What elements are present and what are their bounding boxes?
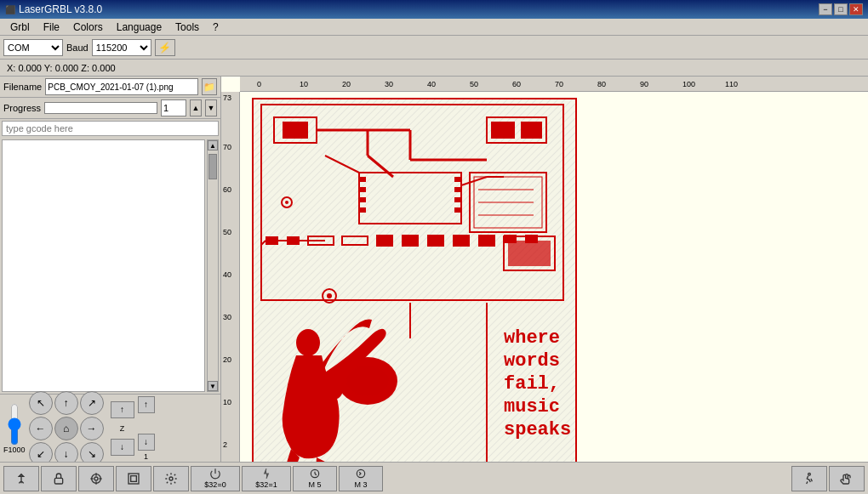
m3-icon bbox=[355, 468, 367, 480]
ruler-tick-50: 50 bbox=[470, 80, 478, 88]
svg-rect-6 bbox=[283, 122, 308, 139]
laser-power-off-button[interactable]: $32=0 bbox=[191, 466, 240, 491]
menu-tools[interactable]: Tools bbox=[168, 20, 206, 35]
svg-point-77 bbox=[94, 477, 98, 480]
m3-button[interactable]: M 3 bbox=[339, 466, 383, 491]
z-up[interactable]: ↑ bbox=[111, 401, 134, 418]
progress-up[interactable]: ▲ bbox=[190, 99, 202, 116]
baud-select[interactable]: 115200 9600 57600 bbox=[92, 39, 151, 56]
walk-button[interactable] bbox=[791, 466, 827, 491]
ruler-tick-110: 110 bbox=[725, 80, 738, 88]
com-select[interactable]: COM bbox=[3, 39, 63, 56]
z-down[interactable]: ↓ bbox=[111, 439, 134, 456]
left-panel: Filename 📁 Progress ▲ ▼ bbox=[0, 77, 221, 462]
svg-line-88 bbox=[315, 474, 317, 475]
ruler-tick-60: 60 bbox=[512, 80, 521, 88]
m3-label: M 3 bbox=[354, 480, 367, 489]
m5-icon bbox=[309, 468, 321, 480]
file-row: Filename 📁 bbox=[0, 77, 220, 98]
target-icon bbox=[89, 472, 103, 485]
svg-point-41 bbox=[285, 201, 288, 204]
ruler-left: 73 70 60 50 40 30 20 10 2 bbox=[221, 92, 240, 462]
gcode-content bbox=[2, 139, 205, 392]
menu-language[interactable]: Language bbox=[110, 20, 168, 35]
filename-label: Filename bbox=[3, 82, 42, 92]
svg-text:where: where bbox=[504, 327, 560, 349]
z-controls: ↑ Z ↓ bbox=[111, 401, 134, 456]
gcode-input[interactable] bbox=[2, 121, 219, 136]
f-label: F1000 bbox=[3, 446, 26, 454]
svg-rect-35 bbox=[478, 235, 495, 247]
menu-file[interactable]: File bbox=[37, 20, 66, 35]
jog-n[interactable]: ↑ bbox=[54, 391, 78, 415]
filename-input[interactable] bbox=[45, 78, 198, 95]
jog-w[interactable]: ← bbox=[29, 417, 53, 440]
lock-icon bbox=[52, 472, 66, 485]
frame-button[interactable] bbox=[116, 466, 151, 491]
scroll-thumb[interactable] bbox=[208, 154, 217, 179]
jog-home[interactable]: ⌂ bbox=[54, 417, 78, 440]
close-button[interactable]: ✕ bbox=[849, 3, 863, 15]
z-speed-up[interactable]: ↑ bbox=[138, 396, 155, 413]
svg-point-84 bbox=[169, 477, 173, 480]
svg-rect-16 bbox=[359, 177, 366, 182]
menu-grbl[interactable]: Grbl bbox=[3, 20, 37, 35]
svg-point-51 bbox=[296, 329, 320, 356]
speed-slider[interactable] bbox=[6, 403, 23, 446]
svg-text:speaks: speaks bbox=[504, 419, 571, 440]
title-bar: ⬛ LaserGRBL v3.8.0 − □ ✕ bbox=[0, 0, 868, 19]
browse-button[interactable]: 📁 bbox=[202, 78, 217, 95]
menu-colors[interactable]: Colors bbox=[66, 20, 110, 35]
progress-step[interactable] bbox=[161, 99, 186, 116]
svg-rect-22 bbox=[454, 197, 461, 202]
laser-power-on-button[interactable]: $32=1 bbox=[242, 466, 291, 491]
progress-label: Progress bbox=[3, 103, 41, 113]
settings-button[interactable] bbox=[153, 466, 189, 491]
scroll-down[interactable]: ▼ bbox=[208, 381, 218, 391]
svg-rect-83 bbox=[131, 475, 137, 481]
ruler-tick-90: 90 bbox=[640, 80, 648, 88]
m5-label: M 5 bbox=[308, 480, 321, 489]
svg-rect-20 bbox=[454, 177, 461, 182]
jog-e[interactable]: → bbox=[80, 417, 104, 440]
gear-icon bbox=[164, 472, 178, 485]
jog-sw[interactable]: ↙ bbox=[29, 442, 53, 463]
svg-text:music: music bbox=[504, 396, 560, 417]
lock-button[interactable] bbox=[41, 466, 77, 491]
jog-ne[interactable]: ↗ bbox=[80, 391, 104, 415]
pcb-canvas-area[interactable]: where words fail, music speaks bbox=[240, 92, 868, 462]
ruler-tick-80: 80 bbox=[597, 80, 606, 88]
ruler-tick-30: 30 bbox=[385, 80, 393, 88]
progress-down[interactable]: ▼ bbox=[205, 99, 217, 116]
svg-point-43 bbox=[327, 293, 332, 298]
ruler-tick-20: 20 bbox=[342, 80, 351, 88]
hand-button[interactable] bbox=[829, 466, 865, 491]
target-button[interactable] bbox=[78, 466, 114, 491]
app-icon: ⬛ bbox=[5, 5, 15, 14]
folder-icon: 📁 bbox=[203, 82, 215, 92]
minimize-button[interactable]: − bbox=[819, 3, 832, 15]
coord-bar: X: 0.000 Y: 0.000 Z: 0.000 bbox=[0, 60, 868, 77]
coordinates: X: 0.000 Y: 0.000 Z: 0.000 bbox=[7, 63, 116, 73]
canvas-area: 0 10 20 30 40 50 60 70 80 90 100 110 73 … bbox=[221, 77, 868, 462]
menu-help[interactable]: ? bbox=[206, 20, 226, 35]
ruler-left-70: 70 bbox=[223, 143, 231, 151]
laser-on-icon bbox=[260, 468, 272, 480]
svg-rect-34 bbox=[453, 235, 470, 247]
svg-rect-8 bbox=[491, 122, 515, 139]
svg-rect-50 bbox=[508, 241, 551, 266]
progress-row: Progress ▲ ▼ bbox=[0, 98, 220, 119]
ruler-tick-40: 40 bbox=[427, 80, 436, 88]
connect-button[interactable]: ⚡ bbox=[155, 39, 175, 56]
jog-se[interactable]: ↘ bbox=[80, 442, 104, 463]
m5-button[interactable]: M 5 bbox=[293, 466, 337, 491]
svg-rect-75 bbox=[54, 478, 62, 484]
laser-pointer-button[interactable] bbox=[3, 466, 39, 491]
jog-s[interactable]: ↓ bbox=[54, 442, 78, 463]
laser-pointer-icon bbox=[14, 472, 28, 485]
scroll-up[interactable]: ▲ bbox=[208, 140, 218, 150]
maximize-button[interactable]: □ bbox=[834, 3, 848, 15]
svg-rect-32 bbox=[402, 235, 419, 247]
jog-nw[interactable]: ↖ bbox=[29, 391, 53, 415]
z-speed-down[interactable]: ↓ bbox=[138, 434, 155, 451]
